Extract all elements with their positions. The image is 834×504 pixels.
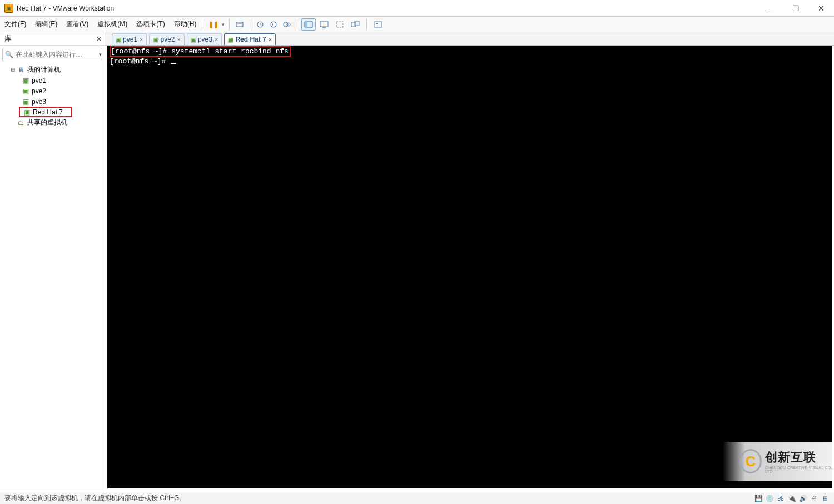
tree-item-label: pve1 <box>32 77 46 84</box>
toolbar-divider <box>366 19 367 29</box>
power-dropdown[interactable]: ▾ <box>220 22 226 27</box>
sidebar-library: 库 × 🔍 ▾ ⊟ 🖥 我的计算机 ▣ pve1 ▣ pve2 ▣ <box>0 32 105 492</box>
window-controls: — ☐ ✕ <box>757 0 834 17</box>
snapshot-manager-button[interactable] <box>280 20 294 29</box>
status-sound-icon[interactable]: 🔊 <box>798 494 807 503</box>
tab-pve2[interactable]: ▣ pve2 × <box>149 33 184 45</box>
menu-view[interactable]: 查看(V) <box>62 17 93 32</box>
menu-vm[interactable]: 虚拟机(M) <box>93 17 132 32</box>
vm-icon: ▣ <box>228 37 233 43</box>
vm-console-terminal[interactable]: [root@nfs ~]# systemctl start rpcbind nf… <box>107 46 832 488</box>
watermark-text-large: 创新互联 <box>765 449 834 466</box>
tree-item-pve1[interactable]: ▣ pve1 <box>2 75 102 86</box>
view-mode-console-button[interactable] <box>317 18 331 31</box>
send-ctrl-alt-del-icon[interactable] <box>233 20 246 29</box>
sidebar-title: 库 <box>4 34 11 43</box>
svg-point-5 <box>287 23 290 26</box>
main-area: 库 × 🔍 ▾ ⊟ 🖥 我的计算机 ▣ pve1 ▣ pve2 ▣ <box>0 32 834 492</box>
tab-close-icon[interactable]: × <box>177 36 181 43</box>
maximize-button[interactable]: ☐ <box>783 0 808 17</box>
status-network-icon[interactable]: 🖧 <box>776 494 785 503</box>
computer-icon: 🖥 <box>17 66 26 74</box>
pause-button[interactable]: ❚❚ <box>207 21 220 28</box>
vm-tab-strip: ▣ pve1 × ▣ pve2 × ▣ pve3 × ▣ Red Hat 7 × <box>105 32 834 46</box>
status-usb-icon[interactable]: 🔌 <box>787 494 796 503</box>
tab-label: Red Hat 7 <box>235 36 266 43</box>
tab-label: pve1 <box>123 36 137 43</box>
svg-rect-11 <box>351 22 356 27</box>
tab-label: pve3 <box>198 36 212 43</box>
vm-tree: ⊟ 🖥 我的计算机 ▣ pve1 ▣ pve2 ▣ pve3 ▣ Red Hat… <box>0 63 105 129</box>
collapse-icon[interactable]: ⊟ <box>9 67 17 73</box>
status-cd-icon[interactable]: 💿 <box>765 494 774 503</box>
tree-shared-label: 共享的虚拟机 <box>27 118 67 127</box>
vm-icon: ▣ <box>21 98 30 106</box>
minimize-button[interactable]: — <box>757 0 783 17</box>
tab-label: pve2 <box>160 36 175 43</box>
tree-item-pve3[interactable]: ▣ pve3 <box>2 96 102 107</box>
title-bar: ▣ Red Hat 7 - VMware Workstation — ☐ ✕ <box>0 0 834 17</box>
revert-snapshot-button[interactable] <box>267 20 280 29</box>
status-bar: 要将输入定向到该虚拟机，请在虚拟机内部单击或按 Ctrl+G。 💾 💿 🖧 🔌 … <box>0 492 834 504</box>
status-disk-icon[interactable]: 💾 <box>754 494 763 503</box>
tab-close-icon[interactable]: × <box>215 36 218 43</box>
svg-rect-10 <box>336 22 343 27</box>
tree-item-redhat7-selected[interactable]: ▣ Red Hat 7 <box>19 107 72 117</box>
tree-item-pve2[interactable]: ▣ pve2 <box>2 86 102 96</box>
sidebar-header: 库 × <box>0 32 105 46</box>
svg-point-3 <box>271 22 276 27</box>
tree-item-label: pve2 <box>32 87 46 95</box>
menu-edit[interactable]: 编辑(E) <box>31 17 62 32</box>
view-mode-sidebar-button[interactable] <box>301 18 316 31</box>
search-dropdown-icon[interactable]: ▾ <box>99 52 102 57</box>
tree-root-my-computer[interactable]: ⊟ 🖥 我的计算机 <box>2 64 102 75</box>
tree-item-label: Red Hat 7 <box>33 108 63 116</box>
menu-help[interactable]: 帮助(H) <box>170 17 201 32</box>
close-button[interactable]: ✕ <box>808 0 834 17</box>
menu-bar: 文件(F) 编辑(E) 查看(V) 虚拟机(M) 选项卡(T) 帮助(H) ❚❚… <box>0 17 834 32</box>
tree-shared-vms[interactable]: 🗀 共享的虚拟机 <box>2 117 102 128</box>
terminal-cursor <box>171 63 176 64</box>
svg-rect-0 <box>236 22 243 27</box>
sidebar-close-button[interactable]: × <box>97 34 101 43</box>
toolbar-divider <box>250 19 250 29</box>
vm-icon: ▣ <box>116 37 121 43</box>
status-display-icon[interactable]: 🖥 <box>821 494 830 503</box>
toolbar-divider <box>229 19 230 29</box>
tree-root-label: 我的计算机 <box>27 65 61 74</box>
terminal-prompt: [root@nfs ~]# <box>110 57 170 66</box>
highlighted-command: [root@nfs ~]# systemctl start rpcbind nf… <box>110 46 291 57</box>
status-device-icons: 💾 💿 🖧 🔌 🔊 🖨 🖥 <box>754 494 830 503</box>
tab-redhat7-active[interactable]: ▣ Red Hat 7 × <box>224 33 276 45</box>
toolbar-divider <box>297 19 297 29</box>
vm-icon: ▣ <box>22 108 31 116</box>
expand-placeholder <box>9 119 17 126</box>
fullscreen-button[interactable] <box>332 18 347 31</box>
window-title: Red Hat 7 - VMware Workstation <box>17 4 114 12</box>
status-printer-icon[interactable]: 🖨 <box>810 494 818 503</box>
toolbar-divider <box>203 19 203 29</box>
vm-icon: ▣ <box>21 77 30 84</box>
unity-button[interactable] <box>348 18 363 31</box>
sidebar-search[interactable]: 🔍 ▾ <box>2 48 102 61</box>
svg-rect-7 <box>305 21 307 28</box>
tab-close-icon[interactable]: × <box>269 36 272 43</box>
terminal-container: [root@nfs ~]# systemctl start rpcbind nf… <box>105 46 834 492</box>
snapshot-button[interactable] <box>254 20 267 29</box>
tab-pve1[interactable]: ▣ pve1 × <box>112 33 147 45</box>
vm-icon: ▣ <box>191 37 196 43</box>
vmware-app-icon: ▣ <box>4 4 13 13</box>
svg-rect-12 <box>355 21 359 26</box>
status-text: 要将输入定向到该虚拟机，请在虚拟机内部单击或按 Ctrl+G。 <box>4 493 186 503</box>
vm-icon: ▣ <box>21 87 30 95</box>
tab-pve3[interactable]: ▣ pve3 × <box>187 33 222 45</box>
menu-file[interactable]: 文件(F) <box>0 17 31 32</box>
thumbnail-button[interactable] <box>371 18 385 31</box>
watermark-badge-icon: C <box>739 449 762 473</box>
tab-close-icon[interactable]: × <box>140 36 143 43</box>
menu-tabs[interactable]: 选项卡(T) <box>132 17 169 32</box>
search-input[interactable] <box>16 51 99 58</box>
watermark-logo: C 创新互联 CHENGDU CREATIVE VISUAL CO., LTD <box>723 442 834 481</box>
search-icon: 🔍 <box>5 51 13 58</box>
tree-item-label: pve3 <box>32 98 46 106</box>
